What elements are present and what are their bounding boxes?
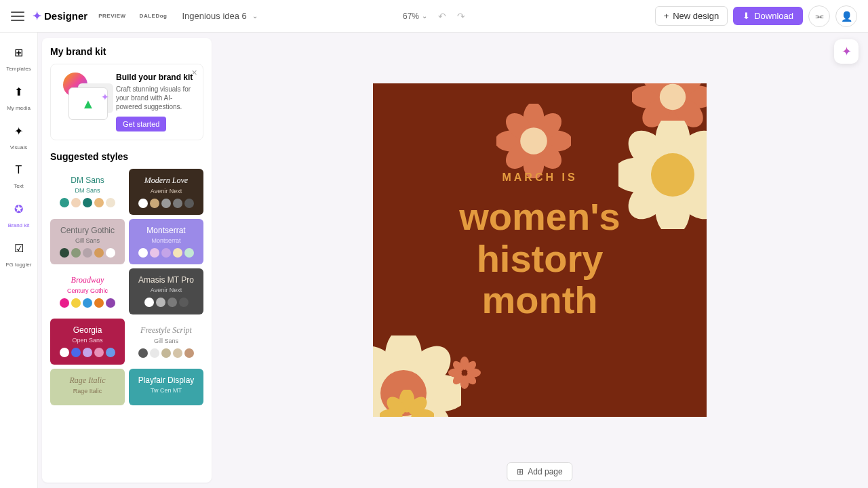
profile-button[interactable]: 👤 [835,5,857,27]
app-logo[interactable]: ✦ Designer [33,9,87,22]
nav-icon: ✦ [3,125,35,138]
sidenav-item-brand-kit[interactable]: ✪Brand kit [3,197,35,235]
sidenav-item-visuals[interactable]: ✦Visuals [3,119,35,157]
subtitle-text: MARCH IS [373,171,707,184]
chevron-down-icon: ⌄ [422,12,427,20]
get-started-button[interactable]: Get started [116,117,166,131]
new-design-button[interactable]: + New design [655,6,728,26]
right-controls: + New design ⬇ Download ⫘ 👤 [655,5,857,27]
promo-card: ✕ ✦ Build your brand kit Craft stunning … [50,64,203,140]
chevron-down-icon: ⌄ [252,12,258,20]
plus-icon: + [664,11,669,21]
brand-kit-panel: My brand kit ✕ ✦ Build your brand kit Cr… [42,38,212,483]
center-controls: 67% ⌄ ↶ ↷ [403,11,465,22]
zoom-dropdown[interactable]: 67% ⌄ [403,12,427,21]
canvas-area[interactable]: MARCH IS women's history month ⊞ Add pag… [212,33,868,488]
svg-point-8 [660,84,686,110]
style-card[interactable]: Rage ItalicRage Italic [50,369,125,405]
canvas-text[interactable]: MARCH IS women's history month [373,171,707,321]
promo-desc: Craft stunning visuals for your brand wi… [116,85,195,111]
redo-button[interactable]: ↷ [457,11,465,22]
promo-title: Build your brand kit [116,73,195,82]
undo-button[interactable]: ↶ [438,11,446,22]
style-card[interactable]: Amasis MT ProAvenir Next [129,268,203,314]
logo-icon: ✦ [33,9,41,22]
title-text: women's history month [373,196,707,321]
close-icon[interactable]: ✕ [191,68,197,77]
nav-icon: T [3,164,35,176]
share-button[interactable]: ⫘ [808,5,830,27]
download-icon: ⬇ [743,11,750,21]
nav-icon: ✪ [3,203,35,216]
preview-badge: PREVIEW [96,12,128,20]
style-card[interactable]: Century GothicGill Sans [50,219,125,264]
style-card[interactable]: GeorgiaOpen Sans [50,319,125,365]
section-title: Suggested styles [50,151,203,162]
nav-icon: ☑ [3,242,35,255]
document-name-dropdown[interactable]: Ingenious idea 6 ⌄ [182,11,257,21]
flower-decoration [496,104,571,178]
flower-decoration [380,390,434,417]
design-canvas[interactable]: MARCH IS women's history month [373,83,707,417]
header: ✦ Designer PREVIEW DALEDog Ingenious ide… [0,0,868,33]
style-card[interactable]: Freestyle ScriptGill Sans [129,319,203,365]
section-title: My brand kit [50,46,203,57]
sparkle-icon: ✦ [842,44,852,59]
style-card[interactable]: MontserratMontserrat [129,219,203,264]
sidenav: ⊞Templates⬆My media✦VisualsTText✪Brand k… [0,33,38,488]
style-card[interactable]: Playfair DisplayTw Cen MT [129,369,203,405]
nav-icon: ⬆ [3,85,35,98]
secondary-badge: DALEDog [137,12,170,20]
sidenav-item-text[interactable]: TText [3,159,35,196]
plus-square-icon: ⊞ [517,467,524,476]
sidenav-item-templates[interactable]: ⊞Templates [3,41,35,79]
nav-icon: ⊞ [3,46,35,59]
download-button[interactable]: ⬇ Download [733,7,803,25]
promo-image: ✦ [59,73,109,123]
svg-point-17 [520,127,547,155]
style-card[interactable]: Modern LoveAvenir Next [129,169,203,215]
ai-sparkle-button[interactable]: ✦ [834,39,859,64]
styles-grid: DM SansDM SansModern LoveAvenir NextCent… [50,169,203,405]
app-name: Designer [44,10,87,22]
sidenav-item-fg-toggler[interactable]: ☑FG toggler [3,237,35,274]
style-card[interactable]: DM SansDM Sans [50,169,125,215]
flower-decoration [448,356,481,390]
add-page-button[interactable]: ⊞ Add page [507,462,572,481]
sidenav-item-my-media[interactable]: ⬆My media [3,80,35,118]
style-card[interactable]: BroadwayCentury Gothic [50,268,125,314]
menu-icon[interactable] [11,12,24,21]
